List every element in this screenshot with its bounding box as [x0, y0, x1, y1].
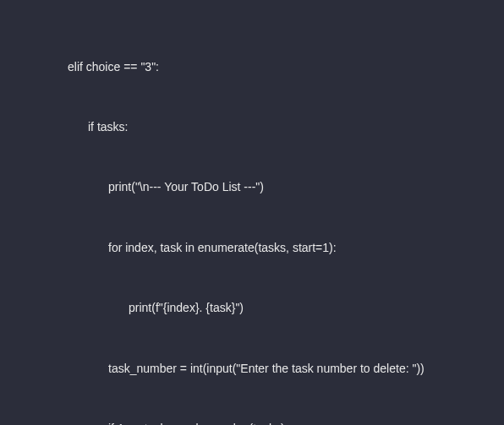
code-line: for index, task in enumerate(tasks, star… — [68, 238, 504, 259]
code-line: if 1 <= task_number <= len(tasks): — [68, 419, 504, 425]
code-line: task_number = int(input("Enter the task … — [68, 359, 504, 379]
code-block: elif choice == "3": if tasks: print("\n-… — [68, 17, 504, 425]
code-line: print(f"{index}. {task}") — [68, 298, 504, 319]
code-line: if tasks: — [68, 117, 504, 138]
code-line: print("\n--- Your ToDo List ---") — [68, 177, 504, 198]
code-line: elif choice == "3": — [68, 57, 504, 78]
